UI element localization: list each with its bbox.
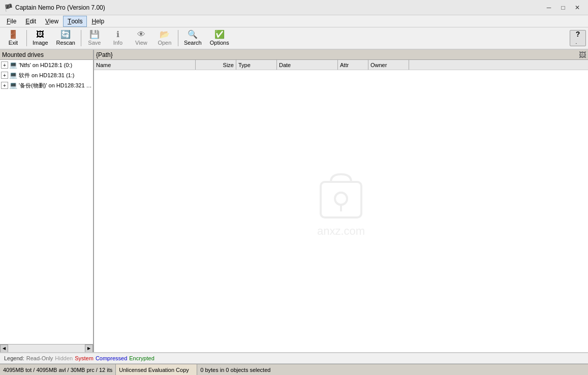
col-header-type[interactable]: Type [236,60,277,70]
options-icon: ✅ [214,30,225,39]
legend-compressed: Compressed [96,355,127,361]
image-label: Image [33,40,48,46]
open-icon: 📂 [160,30,170,39]
path-bar: {Path} 🖼 [94,50,588,60]
search-label: Search [184,40,202,46]
drives-list[interactable]: + 💻 'Ntfs' on HD128:1 (0:) + 💻 软件 on HD1… [0,60,93,344]
watermark-icon [316,172,366,223]
drive-label-2: 软件 on HD128:31 (1:) [19,72,74,79]
scroll-track[interactable] [8,345,85,353]
open-button[interactable]: 📂 Open [153,28,176,48]
view-icon: 👁 [137,30,145,39]
rescan-icon: 🔄 [60,30,71,39]
left-panel: Mounted drives + 💻 'Ntfs' on HD128:1 (0:… [0,50,94,352]
help-icon: ?· [576,30,580,46]
toolbar-separator-3 [178,30,178,46]
watermark: anxz.com [316,172,366,238]
app-icon: 🏴 [4,4,12,12]
scroll-left-button[interactable]: ◀ [0,345,8,353]
expand-icon-1[interactable]: + [1,61,8,69]
list-item[interactable]: + 💻 'Ntfs' on HD128:1 (0:) [0,60,93,70]
col-header-attr[interactable]: Attr [338,60,368,70]
title-text: Captain Nemo Pro (Version 7.00) [15,4,105,11]
save-icon: 💾 [89,30,100,39]
col-header-name[interactable]: Name [94,60,196,70]
expand-icon-3[interactable]: + [1,82,8,89]
col-header-size[interactable]: Size [196,60,236,70]
list-item[interactable]: + 💻 '备份(物删)' on HD128:321 (2: [0,80,93,90]
menu-tools[interactable]: Tools [63,16,87,27]
save-label: Save [88,40,101,46]
toolbar-separator-2 [81,30,81,46]
status-middle-text: Unlicensed Evaluation Copy [119,367,189,373]
legend-bar: Legend: Read-Only Hidden System Compress… [0,353,588,364]
close-button[interactable]: ✕ [571,3,584,13]
title-left: 🏴 Captain Nemo Pro (Version 7.00) [4,4,105,12]
exit-icon: 🚪 [8,30,18,39]
exit-label: Exit [9,40,18,46]
drive-icon-1: 💻 [9,61,17,69]
info-button[interactable]: ℹ Info [107,28,129,48]
drive-icon-3: 💻 [9,81,17,89]
path-icon: 🖼 [579,51,586,59]
options-label: Options [210,40,229,46]
exit-button[interactable]: 🚪 Exit [2,28,24,48]
legend-prefix: Legend: [4,355,24,361]
toolbar-separator-1 [26,30,27,46]
title-bar: 🏴 Captain Nemo Pro (Version 7.00) ─ □ ✕ [0,0,588,15]
watermark-text: anxz.com [317,225,365,238]
search-icon: 🔍 [188,30,198,39]
options-button[interactable]: ✅ Options [206,28,233,48]
status-middle: Unlicensed Evaluation Copy [116,364,197,375]
legend-encrypted: Encrypted [129,355,154,361]
svg-rect-0 [321,182,361,217]
file-content[interactable]: anxz.com [94,70,588,352]
status-right: 0 bytes in 0 objects selected [197,364,273,375]
path-text: {Path} [96,51,113,58]
drive-label-3: '备份(物删)' on HD128:321 (2: [19,82,92,89]
list-item[interactable]: + 💻 软件 on HD128:31 (1:) [0,70,93,80]
main-area: Mounted drives + 💻 'Ntfs' on HD128:1 (0:… [0,50,588,353]
menu-bar: File Edit View Tools Help [0,15,588,27]
title-controls: ─ □ ✕ [542,3,584,13]
save-button[interactable]: 💾 Save [83,28,106,48]
image-icon: 🖼 [36,30,44,39]
file-table-header: Name Size Type Date Attr Owner [94,60,588,70]
view-label: View [135,40,147,46]
mounted-drives-header: Mounted drives [0,50,93,60]
svg-point-1 [335,193,347,205]
open-label: Open [158,40,171,46]
status-left-text: 4095MB tot / 4095MB avl / 30MB prc / 12 … [3,367,112,373]
menu-edit[interactable]: Edit [21,16,41,27]
minimize-button[interactable]: ─ [542,3,555,13]
help-button[interactable]: ?· [570,30,586,46]
rescan-label: Rescan [56,40,75,46]
image-button[interactable]: 🖼 Image [29,28,52,48]
right-panel: {Path} 🖼 Name Size Type Date Attr Owner … [94,50,588,352]
legend-readonly: Read-Only [26,355,53,361]
status-right-text: 0 bytes in 0 objects selected [200,367,270,373]
col-header-date[interactable]: Date [277,60,338,70]
menu-help[interactable]: Help [87,16,109,27]
scroll-right-button[interactable]: ▶ [85,345,93,353]
view-button[interactable]: 👁 View [130,28,152,48]
search-button[interactable]: 🔍 Search [180,28,205,48]
toolbar: 🚪 Exit 🖼 Image 🔄 Rescan 💾 Save ℹ Info 👁 … [0,27,588,50]
left-scrollbar: ◀ ▶ [0,344,93,352]
menu-file[interactable]: File [2,16,21,27]
info-label: Info [113,40,122,46]
drive-icon-2: 💻 [9,71,17,79]
mounted-drives-label: Mounted drives [2,51,44,58]
expand-icon-2[interactable]: + [1,72,8,79]
status-left: 4095MB tot / 4095MB avl / 30MB prc / 12 … [0,364,116,375]
legend-system: System [75,355,94,361]
rescan-button[interactable]: 🔄 Rescan [53,28,79,48]
info-icon: ℹ [116,30,119,39]
col-header-owner[interactable]: Owner [368,60,409,70]
status-bar: 4095MB tot / 4095MB avl / 30MB prc / 12 … [0,364,588,375]
legend-hidden: Hidden [55,355,73,361]
drive-label-1: 'Ntfs' on HD128:1 (0:) [19,62,72,68]
menu-view[interactable]: View [41,16,63,27]
maximize-button[interactable]: □ [556,3,570,13]
